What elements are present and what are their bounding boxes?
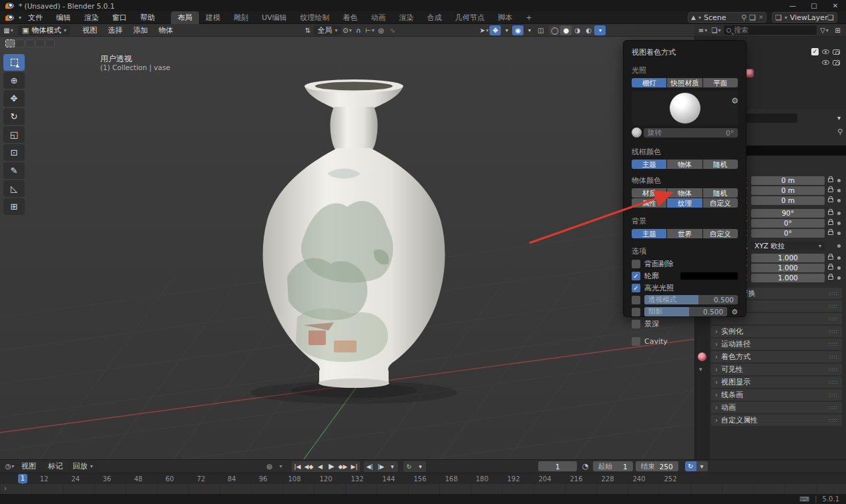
selectability-button[interactable]: ➤ ▾ — [478, 25, 489, 35]
drag-handle-icon[interactable]: ∷∷ — [829, 341, 838, 348]
animate-dot[interactable] — [837, 232, 841, 235]
drag-handle-icon[interactable]: ∷∷ — [829, 379, 838, 386]
drag-handle-icon[interactable]: ∷∷ — [829, 354, 838, 360]
tool-rotate[interactable]: ↻ — [3, 108, 25, 125]
playhead[interactable]: 1 — [18, 474, 27, 483]
jump-to-start-button[interactable]: |◀ — [292, 463, 303, 470]
drag-handle-icon[interactable]: ∷∷ — [829, 303, 838, 310]
animate-dot[interactable] — [837, 179, 841, 182]
pin-icon[interactable]: ⚲ — [741, 13, 747, 22]
animate-dot[interactable] — [837, 222, 841, 225]
checkbox-unchecked[interactable] — [632, 320, 640, 328]
shading-wireframe-button[interactable]: ◯ — [549, 25, 560, 35]
proportional-edit-toggle[interactable]: ◎ — [375, 25, 387, 35]
tool-scale[interactable]: ◱ — [3, 126, 25, 143]
prev-frame-button[interactable]: ◀| — [364, 463, 375, 470]
drag-handle-icon[interactable]: ∷∷ — [829, 366, 838, 373]
panel-animation[interactable]: › 动画 ∷∷ — [711, 402, 842, 413]
end-frame-input[interactable]: 结束 250 — [636, 461, 678, 471]
select-box-icon[interactable] — [15, 39, 25, 47]
outliner-filter-button[interactable]: ▽ ▾ — [819, 25, 830, 35]
lock-icon[interactable] — [828, 276, 833, 280]
tab-shading[interactable]: 着色 — [337, 11, 365, 24]
animate-dot[interactable] — [837, 212, 841, 215]
current-frame-input[interactable]: 1 — [538, 461, 577, 471]
rotation-mode-dropdown[interactable]: XYZ 欧拉 ▾ — [751, 242, 825, 250]
collection-checkbox[interactable]: ✓ — [811, 48, 819, 55]
next-frame-button[interactable]: |▶ — [375, 463, 387, 470]
transform-orientation-selector[interactable]: 全局 ▾ — [313, 25, 341, 35]
xray-slider[interactable]: 透视模式 0.500 — [644, 295, 738, 304]
lock-icon[interactable] — [828, 231, 833, 235]
menu-object[interactable]: 物体 — [153, 25, 178, 35]
lock-icon[interactable] — [828, 266, 833, 270]
color-object-button[interactable]: 物体 — [667, 188, 702, 198]
keying-arrow[interactable]: ▾ — [275, 461, 286, 471]
keying-set-button[interactable]: ◎ — [264, 461, 275, 471]
mode-selector[interactable]: ▣ 物体模式 ▾ — [18, 25, 70, 35]
gear-icon[interactable]: ⚙ — [731, 96, 738, 105]
scale-y-input[interactable]: 1.000 — [751, 264, 825, 272]
menu-add[interactable]: 添加 — [128, 25, 153, 35]
color-random-button[interactable]: 随机 — [703, 188, 738, 198]
checkbox-checked[interactable]: ✓ — [632, 284, 640, 292]
eye-icon[interactable] — [822, 49, 829, 54]
editor-type-button[interactable]: ▦ ▾ — [3, 25, 14, 35]
scene-selector[interactable]: ▲ ▾ Scene ⚲ ❏ ✕ — [688, 12, 767, 23]
tab-rendering[interactable]: 渲染 — [393, 11, 421, 24]
location-z-input[interactable]: 0 m — [751, 196, 825, 205]
menu-edit[interactable]: 编辑 — [49, 13, 77, 23]
tab-texture-paint[interactable]: 纹理绘制 — [294, 11, 337, 24]
shading-solid-button[interactable]: ● — [560, 25, 572, 35]
scene-browse-arrow[interactable]: ▾ — [698, 15, 701, 21]
location-x-input[interactable]: 0 m — [751, 176, 825, 185]
prev-keyframe-button[interactable]: ◀◆ — [303, 463, 314, 470]
outliner-search-input[interactable]: 搜索 — [724, 25, 817, 35]
animate-dot[interactable] — [837, 189, 841, 192]
play-button[interactable]: ▶ — [326, 462, 337, 471]
new-collection-button[interactable]: ⊞ — [832, 25, 843, 35]
outliner-editor-button[interactable]: ≡ ▾ — [697, 25, 708, 35]
color-texture-button[interactable]: 纹理 — [667, 198, 702, 208]
play-reverse-button[interactable]: ◀ — [314, 463, 326, 470]
tab-sculpting[interactable]: 雕刻 — [227, 11, 255, 24]
viewlayer-name[interactable]: ViewLayer — [790, 13, 825, 22]
viewlayer-browse-arrow[interactable]: ▾ — [785, 15, 787, 21]
sync-arrow[interactable]: ▾ — [696, 461, 708, 471]
viewport-3d[interactable]: 用户透视 (1) Collection | vase ⊕ ✥ ↻ ◱ ⊡ ✎ ◺… — [0, 37, 694, 459]
pivot-point-button[interactable]: ⊙ ▾ — [341, 25, 353, 35]
animate-dot[interactable] — [837, 276, 841, 280]
shading-options-arrow[interactable]: ▾ — [594, 25, 606, 35]
lighting-flat-button[interactable]: 平面 — [703, 78, 738, 87]
new-viewlayer-icon[interactable]: ❏ — [827, 13, 834, 22]
panel-viewport-display[interactable]: › 视图显示 ∷∷ — [711, 376, 842, 388]
rotation-y-input[interactable]: 0° — [751, 219, 825, 228]
tool-measure[interactable]: ◺ — [3, 180, 25, 197]
tool-cursor[interactable]: ⊕ — [3, 72, 25, 89]
minimize-button[interactable]: — — [782, 0, 803, 11]
summary-expand-icon[interactable]: › — [4, 485, 7, 492]
rotation-x-input[interactable]: 90° — [751, 209, 825, 218]
tool-add-cube[interactable]: ⊞ — [3, 198, 25, 215]
auto-key-arrow[interactable]: ▾ — [415, 463, 426, 470]
drag-handle-icon[interactable]: ∷∷ — [829, 328, 838, 335]
gizmos-toggle[interactable]: ✥ — [489, 25, 501, 35]
scale-z-input[interactable]: 1.000 — [751, 274, 825, 282]
gizmos-arrow[interactable]: ▾ — [501, 25, 512, 35]
matcap-preview[interactable]: ⚙ — [632, 91, 738, 125]
tab-layout[interactable]: 布局 — [171, 11, 199, 24]
lock-icon[interactable] — [828, 188, 833, 192]
blender-menu-icon[interactable] — [5, 15, 14, 21]
camera-icon[interactable] — [833, 49, 840, 55]
gear-icon[interactable]: ⚙ — [731, 308, 738, 316]
checkbox-unchecked[interactable] — [632, 337, 640, 346]
drag-handle-icon[interactable]: ∷∷ — [829, 417, 838, 424]
close-button[interactable]: ✕ — [825, 0, 846, 11]
wire-random-button[interactable]: 随机 — [703, 160, 738, 169]
drag-handle-icon[interactable]: ∷∷ — [829, 290, 838, 297]
color-attribute-button[interactable]: 属性 — [632, 198, 666, 208]
lighting-studio-button[interactable]: 棚灯 — [632, 78, 666, 87]
jump-to-end-button[interactable]: ▶| — [349, 463, 360, 470]
shading-rendered-button[interactable]: ◐ — [583, 25, 594, 35]
tool-transform[interactable]: ⊡ — [3, 144, 25, 161]
